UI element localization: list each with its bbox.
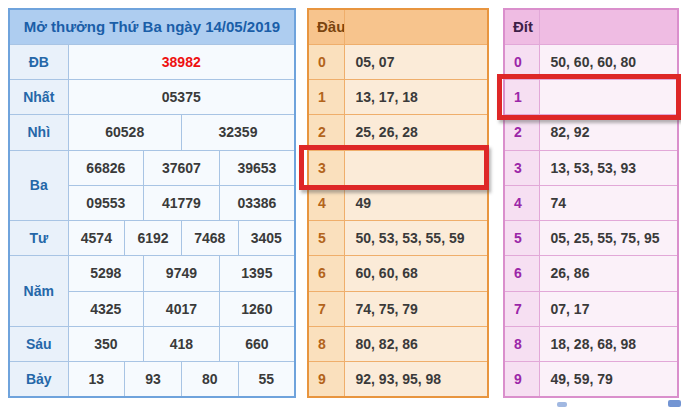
table-row: 818, 28, 68, 98 bbox=[504, 326, 678, 361]
digit-key-cell: 5 bbox=[504, 221, 539, 256]
table-row: Đầu bbox=[308, 9, 488, 44]
highlight-box-dit-1 bbox=[497, 74, 681, 120]
prize-value-cell: 39653 bbox=[219, 150, 295, 185]
table-row: Ba 66826 37607 39653 bbox=[9, 150, 295, 185]
digit-key-cell: 7 bbox=[504, 291, 539, 326]
table-row: 626, 86 bbox=[504, 256, 678, 291]
prize-value-cell: 66826 bbox=[68, 150, 144, 185]
dit-header: Đít bbox=[504, 9, 539, 44]
table-row: 660, 60, 68 bbox=[308, 256, 488, 291]
prize-value-cell: 6192 bbox=[125, 221, 182, 256]
prize-value-cell: 4574 bbox=[68, 221, 125, 256]
highlight-box-dau-3 bbox=[299, 145, 489, 190]
prize-row-label: Năm bbox=[9, 256, 68, 327]
prize-value-cell: 37607 bbox=[144, 150, 220, 185]
table-row: 282, 92 bbox=[504, 115, 678, 150]
digit-key-cell: 8 bbox=[504, 326, 539, 361]
digit-values-cell: 05, 25, 55, 75, 95 bbox=[539, 221, 678, 256]
table-row: Tư 4574 6192 7468 3405 bbox=[9, 221, 295, 256]
prize-value-cell: 350 bbox=[68, 326, 144, 361]
prize-value-cell: 1395 bbox=[219, 256, 295, 291]
digit-key-cell: 6 bbox=[308, 256, 344, 291]
digit-key-cell: 4 bbox=[504, 185, 539, 220]
table-row: Năm 5298 9749 1395 bbox=[9, 256, 295, 291]
cutoff-text-artifact bbox=[668, 400, 681, 407]
table-row: 449 bbox=[308, 185, 488, 220]
digit-key-cell: 9 bbox=[504, 362, 539, 397]
digit-key-cell: 7 bbox=[308, 291, 344, 326]
prize-value-cell: 7468 bbox=[181, 221, 238, 256]
digit-values-cell: 49, 59, 79 bbox=[539, 362, 678, 397]
prize-value-cell: 4325 bbox=[68, 291, 144, 326]
table-row: 313, 53, 53, 93 bbox=[504, 150, 678, 185]
prize-row-label: Ba bbox=[9, 150, 68, 221]
prize-value-cell: 09553 bbox=[68, 185, 144, 220]
table-row: Mở thưởng Thứ Ba ngày 14/05/2019 bbox=[9, 9, 295, 44]
dau-header: Đầu bbox=[308, 9, 344, 44]
prize-row-label: ĐB bbox=[9, 44, 68, 79]
prize-row-label: Nhì bbox=[9, 115, 68, 150]
digit-values-cell: 05, 07 bbox=[344, 44, 488, 79]
digit-values-cell: 07, 17 bbox=[539, 291, 678, 326]
digit-key-cell: 9 bbox=[308, 362, 344, 397]
table-row: 113, 17, 18 bbox=[308, 80, 488, 115]
prize-value-cell: 41779 bbox=[144, 185, 220, 220]
table-row: Bảy 13 93 80 55 bbox=[9, 362, 295, 397]
digit-values-cell: 82, 92 bbox=[539, 115, 678, 150]
table-row: 880, 82, 86 bbox=[308, 326, 488, 361]
prize-value-cell: 5298 bbox=[68, 256, 144, 291]
dit-header-spacer bbox=[539, 9, 678, 44]
digit-key-cell: 1 bbox=[308, 80, 344, 115]
dau-header-spacer bbox=[344, 9, 488, 44]
table-row: 005, 07 bbox=[308, 44, 488, 79]
digit-values-cell: 18, 28, 68, 98 bbox=[539, 326, 678, 361]
table-row: Sáu 350 418 660 bbox=[9, 326, 295, 361]
digit-key-cell: 2 bbox=[504, 115, 539, 150]
table-row: Nhất 05375 bbox=[9, 80, 295, 115]
table-row: 949, 59, 79 bbox=[504, 362, 678, 397]
table-row: ĐB 38982 bbox=[9, 44, 295, 79]
digit-key-cell: 6 bbox=[504, 256, 539, 291]
digit-values-cell: 26, 86 bbox=[539, 256, 678, 291]
cutoff-text-artifact bbox=[557, 402, 567, 407]
digit-values-cell: 13, 53, 53, 93 bbox=[539, 150, 678, 185]
prize-value-cell: 32359 bbox=[181, 115, 295, 150]
prize-value-cell: 93 bbox=[125, 362, 182, 397]
digit-values-cell: 74 bbox=[539, 185, 678, 220]
prize-value-cell: 418 bbox=[144, 326, 220, 361]
table-row: 774, 75, 79 bbox=[308, 291, 488, 326]
digit-key-cell: 4 bbox=[308, 185, 344, 220]
prize-value-cell: 4017 bbox=[144, 291, 220, 326]
digit-key-cell: 8 bbox=[308, 326, 344, 361]
digit-values-cell: 74, 75, 79 bbox=[344, 291, 488, 326]
table-row: 474 bbox=[504, 185, 678, 220]
prize-value-cell: 80 bbox=[181, 362, 238, 397]
digit-key-cell: 0 bbox=[308, 44, 344, 79]
prize-row-label: Bảy bbox=[9, 362, 68, 397]
lottery-results-panel: Mở thưởng Thứ Ba ngày 14/05/2019 ĐB 3898… bbox=[0, 0, 681, 407]
digit-key-cell: 5 bbox=[308, 221, 344, 256]
special-prize-value: 38982 bbox=[68, 44, 295, 79]
digit-values-cell: 60, 60, 68 bbox=[344, 256, 488, 291]
prize-row-label: Nhất bbox=[9, 80, 68, 115]
table-row: 505, 25, 55, 75, 95 bbox=[504, 221, 678, 256]
prize-value-cell: 05375 bbox=[68, 80, 295, 115]
table-row: Đít bbox=[504, 9, 678, 44]
prize-value-cell: 60528 bbox=[68, 115, 181, 150]
digit-values-cell: 50, 53, 53, 55, 59 bbox=[344, 221, 488, 256]
prize-row-label: Sáu bbox=[9, 326, 68, 361]
prize-value-cell: 660 bbox=[219, 326, 295, 361]
table-row: 707, 17 bbox=[504, 291, 678, 326]
prize-value-cell: 9749 bbox=[144, 256, 220, 291]
draw-title: Mở thưởng Thứ Ba ngày 14/05/2019 bbox=[9, 9, 295, 44]
prize-value-cell: 03386 bbox=[219, 185, 295, 220]
table-row: 992, 93, 95, 98 bbox=[308, 362, 488, 397]
dau-table: Đầu 005, 07 113, 17, 18 225, 26, 28 3 44… bbox=[307, 8, 489, 398]
table-row: Nhì 60528 32359 bbox=[9, 115, 295, 150]
prize-value-cell: 55 bbox=[238, 362, 295, 397]
digit-values-cell: 80, 82, 86 bbox=[344, 326, 488, 361]
prize-value-cell: 13 bbox=[68, 362, 125, 397]
prize-row-label: Tư bbox=[9, 221, 68, 256]
table-row: 550, 53, 53, 55, 59 bbox=[308, 221, 488, 256]
dit-table: Đít 050, 60, 60, 80 1 282, 92 313, 53, 5… bbox=[503, 8, 679, 398]
